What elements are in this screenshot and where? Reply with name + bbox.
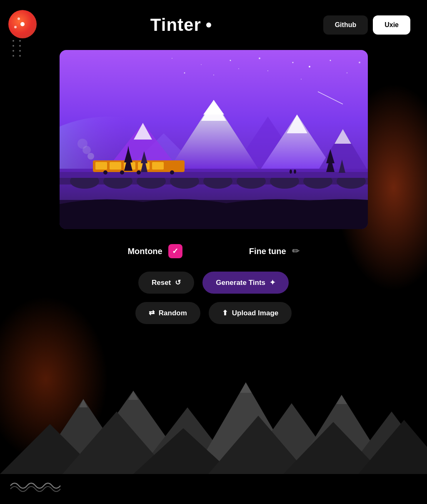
random-icon: ⇄ xyxy=(149,309,155,317)
svg-marker-81 xyxy=(336,395,347,404)
logo-circle xyxy=(8,10,37,38)
app-title: Tinter xyxy=(38,15,323,35)
svg-marker-79 xyxy=(128,391,138,400)
random-label: Random xyxy=(159,309,187,317)
svg-point-48 xyxy=(120,170,124,175)
monotone-control: Montone ✓ xyxy=(127,244,182,258)
grid-dot xyxy=(19,45,21,47)
fine-tune-label: Fine tune xyxy=(249,247,286,256)
svg-point-3 xyxy=(330,60,331,61)
grid-dot xyxy=(19,40,21,42)
logo-dot-2 xyxy=(14,26,17,28)
fine-tune-control: Fine tune ✏ xyxy=(249,246,300,257)
svg-rect-42 xyxy=(95,162,107,170)
svg-point-5 xyxy=(359,62,360,63)
svg-point-11 xyxy=(230,60,231,61)
primary-buttons-row: Reset ↺ Generate Tints ✦ xyxy=(138,272,289,294)
image-canvas xyxy=(60,50,368,229)
logo-center-dot xyxy=(20,22,25,26)
svg-point-9 xyxy=(259,57,260,59)
header: Tinter Github Uxie xyxy=(0,0,427,50)
controls-row: Montone ✓ Fine tune ✏ xyxy=(60,244,368,258)
svg-point-50 xyxy=(170,170,174,175)
uxie-button[interactable]: Uxie xyxy=(373,15,410,35)
generate-icon: ✦ xyxy=(270,278,275,287)
github-button[interactable]: Github xyxy=(323,15,368,35)
svg-point-62 xyxy=(290,170,292,174)
grid-dot xyxy=(12,45,14,47)
svg-point-63 xyxy=(294,170,296,174)
svg-point-4 xyxy=(347,72,347,73)
svg-point-7 xyxy=(292,62,293,63)
svg-rect-43 xyxy=(110,162,121,170)
mountain-section xyxy=(0,357,427,476)
wave-decoration xyxy=(8,477,62,496)
svg-point-53 xyxy=(77,139,87,149)
logo xyxy=(8,10,38,40)
reset-label: Reset xyxy=(152,279,171,287)
svg-point-15 xyxy=(172,58,172,59)
main-content: Montone ✓ Fine tune ✏ Reset ↺ Generate T… xyxy=(0,50,427,332)
svg-point-51 xyxy=(87,153,94,160)
monotone-label: Montone xyxy=(127,247,162,256)
svg-point-14 xyxy=(184,72,185,74)
svg-marker-80 xyxy=(240,382,252,393)
title-text: Tinter xyxy=(150,15,201,35)
svg-point-8 xyxy=(267,70,268,71)
reset-icon: ↺ xyxy=(175,278,181,287)
svg-point-49 xyxy=(137,170,141,175)
generate-button[interactable]: Generate Tints ✦ xyxy=(202,272,289,294)
checkmark-icon: ✓ xyxy=(172,247,178,256)
pencil-icon[interactable]: ✏ xyxy=(292,246,300,257)
secondary-buttons-row: ⇄ Random ⬆ Upload Image xyxy=(135,302,292,324)
monotone-checkbox[interactable]: ✓ xyxy=(168,244,182,258)
svg-point-13 xyxy=(201,64,202,65)
logo-dot-1 xyxy=(17,17,20,20)
svg-rect-46 xyxy=(152,162,164,170)
random-button[interactable]: ⇄ Random xyxy=(135,302,200,324)
title-dot xyxy=(206,22,211,27)
svg-point-6 xyxy=(301,79,302,80)
svg-point-10 xyxy=(238,68,239,69)
grid-dot xyxy=(12,40,14,42)
upload-label: Upload Image xyxy=(232,309,278,317)
generate-label: Generate Tints xyxy=(216,279,265,287)
svg-marker-78 xyxy=(79,399,87,407)
svg-point-2 xyxy=(309,66,310,67)
svg-point-47 xyxy=(103,170,107,175)
upload-icon: ⬆ xyxy=(222,309,228,317)
svg-point-12 xyxy=(213,75,214,75)
upload-button[interactable]: ⬆ Upload Image xyxy=(209,302,292,324)
reset-button[interactable]: Reset ↺ xyxy=(138,272,194,294)
